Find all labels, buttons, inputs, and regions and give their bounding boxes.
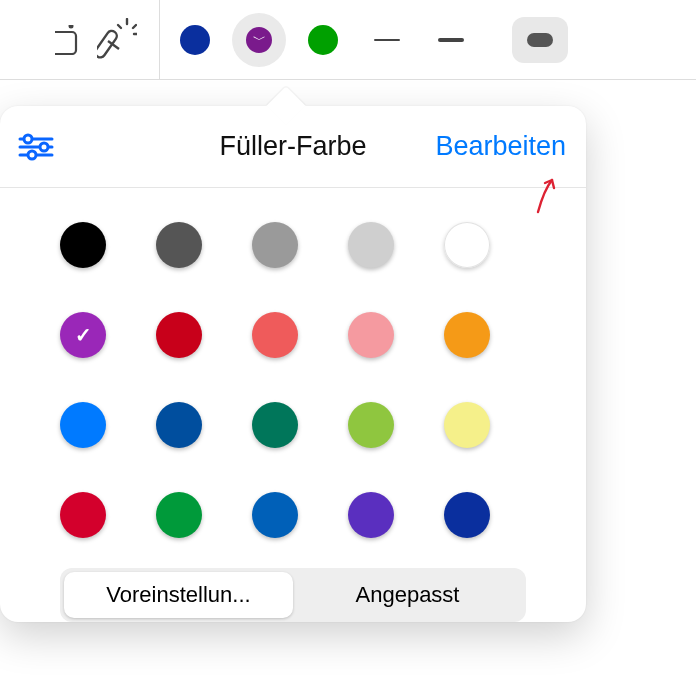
segmented-control: Voreinstellun... Angepasst — [60, 568, 526, 622]
color-swatch-navy[interactable] — [444, 492, 490, 538]
color-swatch-pink[interactable] — [348, 312, 394, 358]
toolbar-color-swatch-selected[interactable]: ﹀ — [244, 25, 274, 55]
top-toolbar: ﹀ — [0, 0, 696, 80]
color-swatch-blue[interactable] — [60, 402, 106, 448]
color-swatch-violet[interactable] — [348, 492, 394, 538]
swatch-grid: ✓ — [60, 222, 526, 538]
sliders-icon[interactable] — [18, 133, 54, 161]
stroke-thin-button[interactable] — [372, 39, 402, 41]
color-swatch-yellow[interactable] — [444, 402, 490, 448]
color-swatch-light-gray[interactable] — [348, 222, 394, 268]
svg-rect-7 — [97, 29, 119, 59]
magic-wand-icon[interactable] — [97, 18, 137, 62]
color-swatch-lime[interactable] — [348, 402, 394, 448]
color-swatch-green[interactable] — [156, 492, 202, 538]
shape-pill-button[interactable] — [512, 17, 568, 63]
segment-custom[interactable]: Angepasst — [293, 572, 522, 618]
color-swatch-dark-blue[interactable] — [156, 402, 202, 448]
chevron-down-icon: ﹀ — [253, 33, 266, 46]
stroke-medium-button[interactable] — [436, 38, 466, 42]
color-swatch-purple[interactable]: ✓ — [60, 312, 106, 358]
popover-title: Füller-Farbe — [219, 131, 366, 162]
popover-header: Füller-Farbe Bearbeiten — [0, 106, 586, 188]
swatch-grid-section: ✓ — [0, 188, 586, 568]
check-icon: ✓ — [75, 323, 92, 347]
segmented-control-wrap: Voreinstellun... Angepasst — [0, 568, 586, 622]
edit-button[interactable]: Bearbeiten — [435, 131, 566, 162]
svg-point-12 — [24, 135, 32, 143]
color-swatch-teal[interactable] — [252, 402, 298, 448]
color-swatch-gray[interactable] — [252, 222, 298, 268]
color-swatch-coral[interactable] — [252, 312, 298, 358]
color-swatch-white[interactable] — [444, 222, 490, 268]
segment-preset[interactable]: Voreinstellun... — [64, 572, 293, 618]
color-swatch-red[interactable] — [156, 312, 202, 358]
pill-icon — [527, 33, 553, 47]
panel-icon[interactable] — [55, 25, 79, 55]
color-swatch-royal-blue[interactable] — [252, 492, 298, 538]
color-swatch-black[interactable] — [60, 222, 106, 268]
toolbar-color-swatch[interactable] — [180, 25, 210, 55]
svg-rect-0 — [55, 32, 76, 54]
color-swatch-orange[interactable] — [444, 312, 490, 358]
toolbar-color-swatch[interactable] — [308, 25, 338, 55]
svg-line-5 — [118, 25, 121, 28]
color-popover: Füller-Farbe Bearbeiten ✓ Voreinstellun.… — [0, 106, 586, 622]
color-swatch-crimson[interactable] — [60, 492, 106, 538]
svg-point-2 — [69, 25, 74, 29]
svg-point-14 — [28, 151, 36, 159]
svg-line-4 — [133, 25, 136, 28]
toolbar-left-group — [0, 0, 160, 79]
color-swatch-dark-gray[interactable] — [156, 222, 202, 268]
toolbar-right-group: ﹀ — [160, 17, 696, 63]
svg-point-13 — [40, 143, 48, 151]
